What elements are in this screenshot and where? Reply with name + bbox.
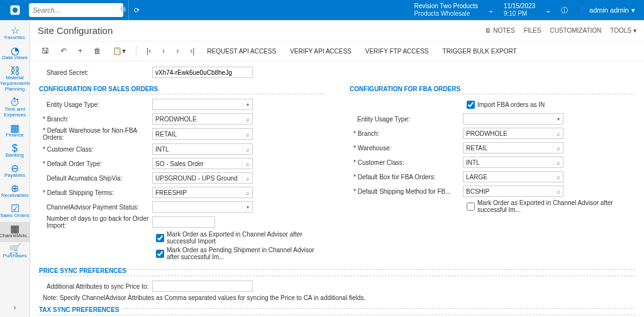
default-wh-select[interactable]: RETAIL⌕ [152,128,253,140]
sidebar-item-favorites[interactable]: ☆Favorites [0,24,30,44]
search-icon: ⌕ [242,116,252,123]
clipboard-icon[interactable]: 📋▾ [109,44,130,58]
search-icon: ⌕ [553,130,563,137]
user-icon: 👤 [578,6,587,14]
mark-pending-label: Mark Order as Pending Shipment in Channe… [167,247,325,260]
label-ship-terms: Default Shipping Terms: [39,189,152,196]
request-api-button[interactable]: REQUEST API ACCESS [202,45,281,57]
branch-r-select[interactable]: PRODWHOLE⌕ [463,128,564,139]
label-payment-status: ChannelAdvisor Payment Status: [39,204,152,211]
shipvia-select[interactable]: UPSGROUND - UPS Ground⌕ [152,172,253,184]
company-branch: Products Wholesale [414,10,478,18]
search-icon: ⌕ [242,189,252,196]
search-input[interactable] [33,6,120,14]
sidebar: ☆Favorites ◔Data Views ⛓Material Require… [0,20,30,317]
notes-icon: 🗎 [485,27,491,34]
customer-class-select[interactable]: INTL⌕ [152,143,253,155]
section-tax-sync: TAX SYNC PREFERENCES [39,306,635,315]
delete-icon[interactable]: 🗑 [90,44,105,58]
search-icon: ⌕ [242,175,252,182]
import-fba-label: Import FBA orders as IN [477,101,545,108]
sidebar-item-mrp[interactable]: ⛓Material Requirements Planning [0,64,30,96]
sidebar-item-sales[interactable]: ☑Sales Orders [0,202,30,222]
sidebar-item-dataviews[interactable]: ◔Data Views [0,44,30,64]
first-icon[interactable]: |‹ [143,44,155,58]
svg-point-1 [13,8,18,13]
chevron-down-icon: ▾ [242,102,252,108]
sidebar-item-channeladv[interactable]: ▦ChannelAdv... [0,222,30,242]
page-title: Site Configuration [38,25,476,36]
tools-link[interactable]: TOOLS ▾ [610,27,636,34]
mark-exported-checkbox[interactable] [156,234,164,242]
verify-api-button[interactable]: VERIFY API ACCESS [285,45,357,57]
notes-link[interactable]: 🗎NOTES [485,27,514,34]
add-icon[interactable]: + [74,44,86,58]
shared-secret-input[interactable] [152,67,253,78]
sidebar-item-receivables[interactable]: ⊕Receivables [0,182,30,202]
undo-icon[interactable]: ↶ [57,44,70,58]
label-branch-r: Branch: [350,130,463,137]
entity-usage-r-select[interactable]: ▾ [463,113,564,125]
prev-icon[interactable]: ‹ [158,44,169,58]
label-entity-usage-r: Entity Usage Type: [350,116,463,123]
label-order-type: Default Order Type: [39,160,152,167]
time-value: 9:10 PM [504,10,535,18]
import-fba-checkbox[interactable] [467,101,475,109]
trigger-bulk-button[interactable]: TRIGGER BULK EXPORT [438,45,522,57]
section-sales-orders: CONFIGURATION FOR SALES ORDERS [39,86,325,94]
order-type-select[interactable]: SO - Sales Order⌕ [152,158,253,169]
sidebar-item-time[interactable]: ⏱Time and Expenses [0,96,30,121]
label-shipvia: Default Acumatica ShipVia: [39,175,152,182]
cust-class-r-select[interactable]: INTL⌕ [463,157,564,168]
add-attr-input[interactable] [152,281,253,292]
label-cust-class-r: Customer Class: [350,159,463,166]
user-menu[interactable]: 👤 admin admin ▾ [573,6,640,14]
num-days-input[interactable] [152,216,215,228]
save-icon[interactable]: 🖫 [38,44,53,58]
mark-exported-r-checkbox[interactable] [467,203,475,211]
last-icon[interactable]: ›| [186,44,198,58]
label-add-attr: Additional Attributes to sync Price to: [39,283,152,290]
entity-usage-select[interactable]: ▾ [152,99,253,110]
help-icon[interactable]: ⓘ [556,6,573,15]
sidebar-item-payables[interactable]: ⊖Payables [0,162,30,182]
ship-terms-select[interactable]: FREESHIP⌕ [152,187,253,198]
business-date[interactable]: 11/15/2023 9:10 PM [499,0,540,20]
toolbar: 🖫 ↶ + 🗑 📋▾ |‹ ‹ › ›| REQUEST API ACCESS … [30,42,644,61]
chevron-down-icon: ▾ [242,204,252,210]
next-icon[interactable]: › [172,44,182,58]
company-name: Revision Two Products [414,3,478,10]
ship-fb-select[interactable]: BCSHIP⌕ [463,186,564,197]
sidebar-item-finance[interactable]: ▦Finance [0,121,30,142]
search-icon: ⌕ [242,131,252,138]
label-shared-secret: Shared Secret: [39,69,152,76]
label-customer-class: Customer Class: [39,146,152,153]
search-icon: ⌕ [242,160,252,167]
payment-status-select[interactable]: ▾ [152,201,253,213]
search-icon: 🔍 [120,6,129,14]
global-search[interactable]: 🔍 [29,3,123,17]
price-note: Note: Specify ChannelAdvisor Attributes … [39,294,635,301]
label-num-days: Number of days to go back for Order Impo… [39,215,152,229]
files-link[interactable]: FILES [524,27,541,34]
sidebar-item-banking[interactable]: $Banking [0,142,30,162]
box-fba-select[interactable]: LARGE⌕ [463,171,564,182]
sidebar-expand-icon[interactable]: › [9,298,21,317]
section-fba-orders: CONFIGURATION FOR FBA ORDERS [350,86,635,94]
app-logo[interactable] [4,0,26,20]
search-icon: ⌕ [553,159,563,166]
mark-pending-checkbox[interactable] [156,250,164,258]
sidebar-item-purchases[interactable]: 🛒Purchases [0,242,30,262]
warehouse-select[interactable]: RETAIL⌕ [463,142,564,153]
company-selector[interactable]: Revision Two Products Products Wholesale [409,0,483,20]
refresh-icon[interactable]: ⟳ [134,6,140,14]
customization-link[interactable]: CUSTOMIZATION [550,27,601,34]
label-default-wh: Default Warehouse for Non-FBA Orders: [39,127,152,141]
label-box-fba: Default Box for FBA Orders: [350,174,463,181]
user-name: admin admin [589,6,629,14]
chevron-down-icon[interactable]: ⌄ [483,6,499,14]
search-icon: ⌕ [242,146,252,153]
branch-select[interactable]: PRODWHOLE⌕ [152,113,253,125]
verify-ftp-button[interactable]: VERIFY FTP ACCESS [360,45,434,57]
chevron-down-icon[interactable]: ⌄ [540,6,556,14]
